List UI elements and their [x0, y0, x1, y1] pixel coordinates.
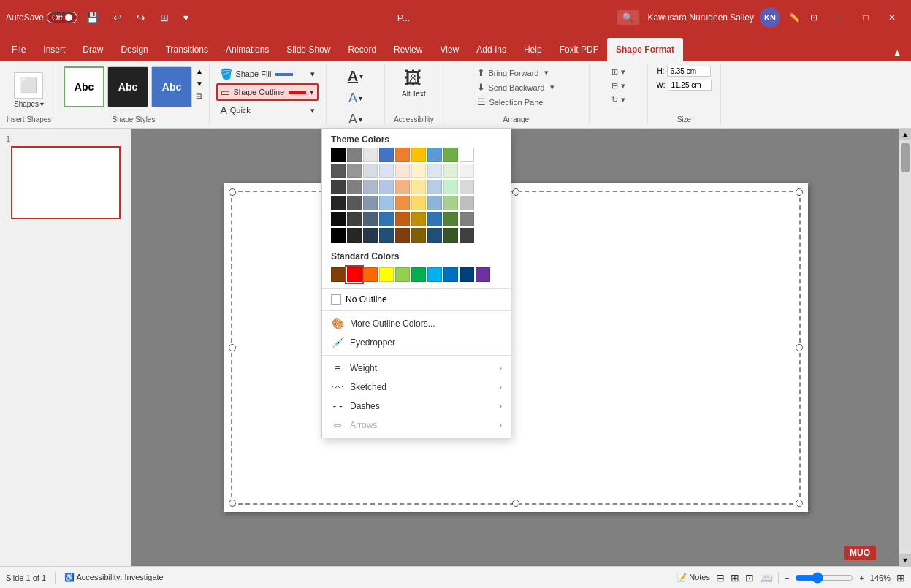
handle-bottom-middle[interactable]	[512, 500, 519, 507]
tab-shapeformat[interactable]: Shape Format	[607, 38, 683, 61]
tab-insert[interactable]: Insert	[34, 38, 74, 61]
height-input[interactable]	[667, 66, 711, 77]
no-outline-checkbox[interactable]	[331, 294, 341, 305]
std-color-5[interactable]	[395, 267, 410, 282]
save-icon[interactable]: 💾	[83, 9, 102, 26]
shade-5-6[interactable]	[411, 228, 426, 243]
zoom-in-btn[interactable]: +	[859, 573, 864, 582]
text-a3-dropdown[interactable]: ▾	[359, 115, 362, 123]
arrows-item[interactable]: ⇔ Arrows ›	[322, 416, 511, 435]
tab-foxit[interactable]: Foxit PDF	[551, 38, 607, 61]
tab-review[interactable]: Review	[385, 38, 431, 61]
theme-color-lightgray[interactable]	[363, 148, 378, 162]
shade-4-2[interactable]	[347, 212, 362, 226]
shade-5-4[interactable]	[379, 228, 394, 243]
text-dropdown-arrow[interactable]: ▾	[359, 72, 363, 80]
std-color-10[interactable]	[476, 267, 490, 282]
view-outline-btn[interactable]: ⊞	[731, 572, 739, 584]
shape-style-btn-2[interactable]: Abc	[107, 66, 148, 107]
accessibility-status[interactable]: ♿ Accessibility: Investigate	[64, 573, 164, 582]
shape-style-btn-1[interactable]: Abc	[64, 66, 104, 107]
theme-color-blue1[interactable]	[379, 148, 394, 162]
shade-4-7[interactable]	[427, 212, 442, 226]
scroll-up-btn[interactable]: ▲	[899, 129, 911, 140]
dropdown-arrow-icon[interactable]: ▾	[180, 9, 191, 26]
std-color-9[interactable]	[460, 267, 474, 282]
quick-dropdown-arrow[interactable]: ▾	[310, 106, 315, 115]
fill-dropdown-arrow[interactable]: ▾	[310, 69, 315, 79]
ribbon-expand-btn[interactable]: ▲	[886, 44, 908, 61]
tab-animations[interactable]: Animations	[217, 38, 278, 61]
shade-5-8[interactable]	[443, 228, 458, 243]
outline-dropdown-arrow[interactable]: ▾	[310, 88, 314, 97]
shade-3-9[interactable]	[460, 196, 474, 210]
tab-file[interactable]: File	[3, 38, 34, 61]
shade-5-1[interactable]	[331, 228, 346, 243]
scroll-down-btn[interactable]: ▼	[899, 554, 911, 566]
eyedropper-item[interactable]: 💉 Eyedropper	[322, 333, 511, 352]
std-color-1[interactable]	[331, 267, 346, 282]
text-a3-btn[interactable]: A ▾	[340, 110, 370, 129]
handle-top-middle[interactable]	[512, 188, 519, 196]
user-avatar[interactable]: KN	[760, 7, 780, 28]
canvas-area[interactable]	[131, 129, 899, 566]
autosave-toggle[interactable]: Off	[47, 12, 77, 23]
styles-more-arrow[interactable]: ⊟	[194, 91, 205, 102]
shade-4-5[interactable]	[395, 212, 410, 226]
shape-fill-btn[interactable]: 🪣 Shape Fill ▾	[216, 66, 319, 82]
std-color-4[interactable]	[379, 267, 394, 282]
styles-down-arrow[interactable]: ▼	[194, 78, 205, 89]
shade-3-1[interactable]	[331, 196, 346, 210]
std-color-3[interactable]	[363, 267, 378, 282]
shade-4-1[interactable]	[331, 212, 346, 226]
view-normal-btn[interactable]: ⊟	[716, 572, 725, 584]
zoom-out-btn[interactable]: −	[785, 573, 789, 582]
view-reading-btn[interactable]: 📖	[760, 572, 772, 584]
fit-slide-btn[interactable]: ⊞	[896, 572, 905, 584]
handle-top-left[interactable]	[229, 188, 236, 196]
theme-color-yellow[interactable]	[411, 148, 426, 162]
std-color-7[interactable]	[427, 267, 442, 282]
shade-2-4[interactable]	[379, 180, 394, 194]
shape-outline-btn[interactable]: ▭ Shape Outline ▾	[216, 83, 319, 101]
shade-4-6[interactable]	[411, 212, 426, 226]
tab-transitions[interactable]: Transitions	[157, 38, 217, 61]
close-button[interactable]: ✕	[879, 7, 905, 28]
minimize-button[interactable]: ─	[826, 7, 853, 28]
group-btn[interactable]: ⊟ ▾	[607, 80, 630, 92]
shade-4-9[interactable]	[460, 212, 474, 226]
vertical-scrollbar[interactable]: ▲ ▼	[899, 129, 911, 566]
redo-icon[interactable]: ↪	[134, 9, 148, 26]
more-icon[interactable]: ⊞	[157, 9, 172, 26]
theme-color-white[interactable]	[460, 148, 474, 162]
shade-1-3[interactable]	[363, 164, 378, 178]
text-a2-btn[interactable]: A ▾	[340, 88, 370, 108]
no-outline-row[interactable]: No Outline	[322, 291, 511, 308]
theme-color-green[interactable]	[443, 148, 458, 162]
shade-2-2[interactable]	[347, 180, 362, 194]
width-input[interactable]	[668, 80, 712, 91]
rotate-btn[interactable]: ↻ ▾	[607, 93, 630, 106]
shade-3-8[interactable]	[443, 196, 458, 210]
shade-3-4[interactable]	[379, 196, 394, 210]
shade-2-6[interactable]	[411, 180, 426, 194]
scroll-thumb[interactable]	[901, 143, 910, 172]
shade-2-7[interactable]	[427, 180, 442, 194]
shade-1-1[interactable]	[331, 164, 346, 178]
bring-forward-btn[interactable]: ⬆ Bring Forward ▾	[473, 66, 553, 80]
shade-2-1[interactable]	[331, 180, 346, 194]
zoom-slider[interactable]	[795, 572, 853, 584]
shapes-button[interactable]: ⬜ Shapes▾	[9, 70, 48, 110]
shade-3-2[interactable]	[347, 196, 362, 210]
shade-3-5[interactable]	[395, 196, 410, 210]
shade-2-9[interactable]	[460, 180, 474, 194]
tab-design[interactable]: Design	[112, 38, 156, 61]
more-colors-item[interactable]: 🎨 More Outline Colors...	[322, 314, 511, 333]
tab-help[interactable]: Help	[515, 38, 551, 61]
dashes-item[interactable]: - - Dashes ›	[322, 397, 511, 416]
shade-1-4[interactable]	[379, 164, 394, 178]
shade-1-8[interactable]	[443, 164, 458, 178]
shade-5-7[interactable]	[427, 228, 442, 243]
shade-4-3[interactable]	[363, 212, 378, 226]
text-a2-dropdown[interactable]: ▾	[359, 94, 362, 102]
